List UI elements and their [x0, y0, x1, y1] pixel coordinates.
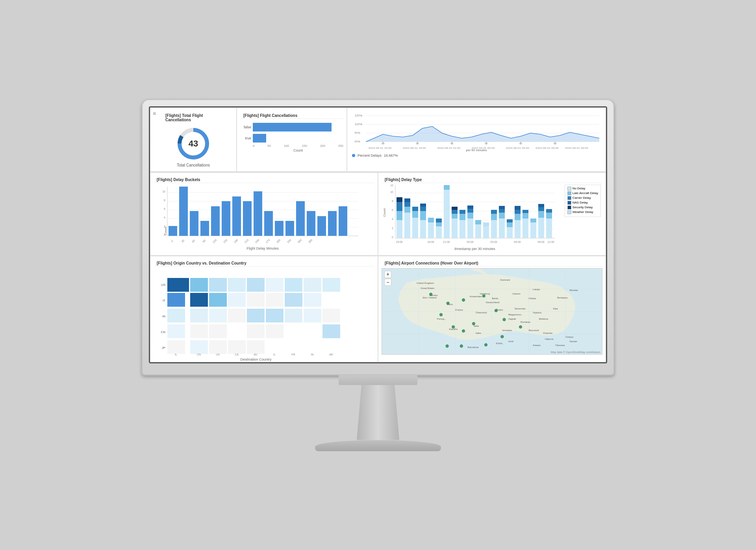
- svg-rect-194: [190, 324, 208, 338]
- svg-text:Eire / Ireland: Eire / Ireland: [423, 296, 437, 298]
- percent-delays-legend: Percent Delays 16.667%: [350, 154, 602, 157]
- svg-text:15%: 15%: [354, 113, 362, 117]
- map-controls: + −: [384, 271, 391, 286]
- map-area: London Paris Amsterdam Hamburg Berlin De…: [382, 268, 602, 355]
- zoom-out-button[interactable]: −: [384, 279, 391, 286]
- svg-text:12: 12: [390, 184, 393, 187]
- svg-rect-175: [322, 278, 340, 292]
- cancellations-subtitle: Total Cancellations: [177, 163, 210, 167]
- svg-rect-137: [515, 214, 521, 220]
- svg-text:US: US: [161, 283, 165, 287]
- svg-marker-17: [381, 142, 385, 144]
- svg-text:4: 4: [392, 218, 393, 220]
- svg-point-275: [445, 344, 448, 347]
- svg-rect-98: [412, 211, 418, 218]
- svg-text:Count: Count: [383, 208, 386, 217]
- svg-rect-107: [436, 222, 442, 226]
- delay-buckets-svg: 0 2 4 6 8 10: [154, 185, 358, 250]
- svg-text:Deutschland: Deutschland: [486, 301, 500, 304]
- svg-rect-108: [436, 219, 442, 222]
- svg-rect-186: [209, 309, 227, 322]
- svg-rect-97: [412, 218, 418, 238]
- svg-marker-21: [519, 142, 523, 144]
- svg-rect-191: [304, 309, 321, 322]
- svg-marker-22: [553, 142, 557, 144]
- svg-text:5%: 5%: [354, 131, 360, 134]
- map-credit: Map data © OpenStreetMap contributors: [551, 351, 600, 354]
- svg-rect-43: [169, 226, 177, 236]
- svg-text:CN: CN: [161, 330, 165, 334]
- svg-rect-126: [491, 220, 497, 238]
- svg-rect-115: [460, 220, 465, 238]
- svg-text:Great Britain: Great Britain: [421, 287, 434, 289]
- svg-point-269: [439, 313, 443, 316]
- svg-rect-54: [285, 221, 294, 236]
- cancellations-bar-chart: false true: [240, 123, 343, 143]
- svg-rect-106: [436, 226, 442, 238]
- legend-item-nas: NAS Delay: [567, 201, 598, 205]
- svg-point-270: [462, 329, 465, 332]
- svg-rect-100: [420, 220, 426, 238]
- svg-text:60: 60: [191, 239, 196, 243]
- svg-text:10%: 10%: [354, 122, 362, 126]
- svg-text:8: 8: [164, 199, 165, 202]
- menu-icon[interactable]: ≡: [153, 110, 156, 117]
- svg-rect-46: [200, 221, 209, 236]
- svg-point-265: [462, 298, 465, 301]
- svg-text:Ελλάς: Ελλάς: [496, 341, 503, 344]
- panel-title-delay-type: [Flights] Delay Type: [382, 175, 602, 183]
- svg-text:Destination Country: Destination Country: [240, 357, 272, 361]
- svg-text:6: 6: [392, 209, 393, 211]
- svg-rect-131: [499, 209, 505, 213]
- svg-text:Украïна: Украïна: [533, 311, 541, 314]
- monitor-stand-pole: [354, 385, 402, 440]
- svg-rect-102: [420, 207, 426, 211]
- svg-rect-44: [179, 187, 188, 236]
- svg-rect-187: [228, 309, 246, 322]
- svg-rect-201: [209, 340, 227, 354]
- svg-rect-123: [475, 220, 481, 224]
- legend-label-no-delay: No Delay: [573, 187, 586, 190]
- svg-rect-105: [428, 218, 434, 222]
- svg-rect-199: [167, 340, 185, 354]
- svg-text:timestamp per 30 minutes: timestamp per 30 minutes: [454, 247, 495, 251]
- svg-rect-148: [538, 204, 544, 207]
- zoom-in-button[interactable]: +: [384, 271, 391, 278]
- svg-rect-141: [523, 213, 528, 219]
- delay-type-svg: 0 2 4 6 8 10 12: [382, 183, 586, 252]
- svg-text:Österreich: Österreich: [476, 311, 487, 314]
- svg-point-268: [472, 322, 475, 325]
- svg-text:4: 4: [164, 216, 165, 219]
- svg-text:270: 270: [265, 238, 271, 243]
- svg-rect-177: [190, 293, 208, 307]
- svg-text:Magyarorsz...: Magyarorsz...: [508, 313, 523, 316]
- svg-text:IN: IN: [162, 315, 165, 318]
- legend-dot-percent: [352, 154, 355, 157]
- svg-rect-185: [190, 309, 208, 322]
- svg-text:10: 10: [162, 190, 165, 193]
- svg-point-274: [519, 325, 522, 328]
- x-axis-label-cancellations: Count: [240, 148, 343, 152]
- svg-text:Тбилиси: Тбилиси: [555, 343, 565, 346]
- legend-item-no-delay: No Delay: [567, 187, 598, 191]
- legend-label-security: Security Delay: [573, 206, 593, 209]
- svg-point-277: [500, 335, 504, 338]
- svg-text:Litauen: Litauen: [512, 292, 521, 294]
- svg-point-263: [429, 293, 432, 296]
- svg-text:2022-09-01 09:00: 2022-09-01 09:00: [565, 146, 588, 149]
- svg-text:US: US: [216, 353, 220, 356]
- bar-label-true: true: [240, 136, 251, 140]
- svg-text:210: 210: [244, 238, 249, 243]
- svg-text:Latvija: Latvija: [533, 288, 540, 291]
- svg-rect-195: [209, 324, 227, 338]
- svg-rect-188: [247, 309, 265, 322]
- delay-buckets-chart-area: Count 0 2 4 6 8 10: [154, 185, 374, 250]
- svg-rect-118: [467, 219, 473, 238]
- svg-text:IT: IT: [163, 299, 165, 302]
- svg-rect-49: [232, 196, 241, 236]
- svg-rect-170: [228, 278, 246, 292]
- svg-text:Slovensko: Slovensko: [514, 307, 526, 309]
- svg-rect-95: [404, 202, 410, 207]
- panel-title-flight-cancellations: [Flights] Flight Cancellations: [240, 111, 343, 119]
- svg-rect-181: [266, 293, 284, 307]
